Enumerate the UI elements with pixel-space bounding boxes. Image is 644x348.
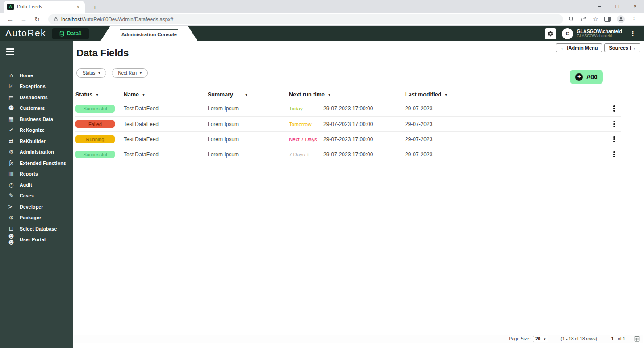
column-header-label: Status	[75, 92, 92, 98]
sidebar-item-label: User Portal	[20, 237, 46, 242]
feed-name-cell: Test DataFeed	[124, 121, 208, 127]
business-data-icon: ▦	[6, 116, 15, 122]
search-icon[interactable]	[569, 16, 574, 22]
page-size-select[interactable]: 20 ▾	[533, 336, 548, 342]
sidebar-item-rekognize[interactable]: ✔ ReKognize	[0, 125, 73, 136]
sidebar-item-packager[interactable]: ⊕ Packager	[0, 212, 73, 223]
header-overflow-menu-icon[interactable]: ⋮	[628, 30, 638, 37]
sidebar-item-reports[interactable]: ▥ Reports	[0, 168, 73, 180]
status-badge: Successful	[75, 105, 115, 113]
back-icon[interactable]: ←	[4, 16, 16, 23]
sidebar-item-business-data[interactable]: ▦ Business Data	[0, 114, 73, 125]
sidebar-item-label: Dashboards	[20, 95, 48, 100]
user-menu[interactable]: G GLASGOW\chanteld GLASGOW\chanteld	[562, 28, 622, 39]
sort-filter-icon[interactable]: ▼	[245, 93, 248, 96]
database-selector[interactable]: Data1	[52, 28, 89, 39]
url-text: localhost/AutoRek60Dev/Admin/Datafeeds.a…	[61, 17, 173, 22]
browser-tab[interactable]: Λ Data Feeds ×	[4, 1, 85, 13]
row-menu-icon[interactable]	[607, 134, 621, 144]
column-header-name[interactable]: Name ▼	[124, 92, 208, 98]
sidebar-item-dashboards[interactable]: ▤ Dashboards	[0, 92, 73, 103]
next-run-filter-button[interactable]: Next Run ▾	[112, 68, 148, 78]
browser-action-icons: ☆ ⋮	[569, 15, 640, 23]
reload-icon[interactable]: ↻	[31, 16, 43, 23]
tab-close-icon[interactable]: ×	[75, 4, 81, 10]
close-window-icon[interactable]: ×	[626, 0, 644, 13]
row-range-text: (1 - 18 of 18 rows)	[561, 336, 597, 341]
sidebar-item-label: Customers	[20, 105, 45, 111]
next-run-label-cell: Tomorrow	[289, 122, 323, 127]
sidebar-item-label: Business Data	[20, 117, 53, 122]
sort-filter-icon[interactable]: ▼	[444, 93, 447, 96]
column-header-summary[interactable]: Summary ▼	[208, 92, 289, 98]
sidebar-item-extended-functions[interactable]: ƒx Extended Functions	[0, 158, 73, 169]
feed-name-cell: Test DataFeed	[124, 136, 208, 143]
last-modified-cell: 29-07-2023	[405, 136, 607, 143]
sidebar-item-customers[interactable]: ☻ Customers	[0, 103, 73, 114]
user-portal-icon: ☻☻	[6, 233, 15, 246]
table-row: Successful Test DataFeed Lorem Ipsum 7 D…	[75, 147, 621, 162]
profile-avatar-icon[interactable]	[617, 15, 625, 23]
new-tab-icon[interactable]: +	[90, 4, 100, 13]
column-header-last-modified[interactable]: Last modified ▼	[405, 92, 607, 98]
database-name: Data1	[67, 30, 82, 37]
sidebar-item-select-database[interactable]: ⊟ Select Database	[0, 223, 73, 235]
maximize-icon[interactable]: □	[608, 0, 626, 13]
page-count-text: of 1	[618, 336, 625, 341]
column-header-label: Next run time	[289, 92, 325, 98]
status-filter-button[interactable]: Status ▾	[76, 68, 106, 78]
audit-icon: ◷	[6, 182, 15, 188]
sort-filter-icon[interactable]: ▼	[142, 93, 145, 96]
sidebar-item-exceptions[interactable]: ☑ Exceptions	[0, 81, 73, 92]
browser-menu-icon[interactable]: ⋮	[631, 16, 637, 22]
admin-menu-button[interactable]: ← |Admin Menu	[556, 43, 602, 52]
row-menu-icon[interactable]	[607, 150, 621, 159]
current-page-input[interactable]: 1	[611, 336, 614, 341]
column-header-label: Last modified	[405, 92, 441, 98]
hamburger-menu-icon[interactable]	[6, 48, 14, 55]
url-bar[interactable]: localhost/AutoRek60Dev/Admin/Datafeeds.a…	[48, 14, 563, 24]
sort-filter-icon[interactable]: ▼	[96, 93, 99, 96]
row-menu-icon[interactable]	[607, 119, 621, 129]
export-table-icon[interactable]	[634, 336, 640, 342]
console-tab-line	[120, 29, 178, 30]
sort-filter-icon[interactable]: ▼	[328, 93, 331, 96]
forward-icon[interactable]: →	[18, 16, 29, 23]
add-button[interactable]: + Add	[570, 70, 603, 84]
bookmark-star-icon[interactable]: ☆	[593, 16, 598, 22]
sidebar-item-home[interactable]: ⌂ Home	[0, 70, 73, 81]
share-icon[interactable]	[581, 16, 586, 22]
lock-icon	[54, 17, 58, 22]
favicon-icon: Λ	[7, 4, 14, 10]
sidebar-item-label: Exceptions	[20, 84, 46, 89]
gear-icon	[547, 30, 554, 37]
column-header-next-run-time[interactable]: Next run time ▼	[289, 92, 405, 98]
summary-cell: Lorem Ipsum	[208, 136, 289, 143]
sidebar-item-cases[interactable]: ✎ Cases	[0, 190, 73, 201]
sources-button[interactable]: Sources |→	[604, 43, 640, 52]
user-avatar: G	[562, 28, 573, 39]
customers-icon: ☻	[6, 105, 15, 111]
table-body: Successful Test DataFeed Lorem Ipsum Tod…	[75, 101, 621, 162]
row-menu-icon[interactable]	[607, 104, 621, 113]
status-badge: Running	[75, 135, 115, 143]
sidebar-item-developer[interactable]: >_ Developer	[0, 201, 73, 213]
sidebar-item-administration[interactable]: ⚙ Administration	[0, 147, 73, 158]
next-run-label-cell: 7 Days +	[289, 152, 323, 157]
tab-administration-console[interactable]: Administration Console	[100, 26, 198, 41]
sidebar-item-user-portal[interactable]: ☻☻ User Portal	[0, 234, 73, 245]
settings-button[interactable]	[545, 28, 556, 39]
header-right: G GLASGOW\chanteld GLASGOW\chanteld ⋮	[545, 28, 644, 39]
summary-cell: Lorem Ipsum	[208, 151, 289, 158]
sidebar-item-audit[interactable]: ◷ Audit	[0, 180, 73, 191]
last-modified-cell: 29-07-2023	[405, 105, 607, 112]
next-run-time-cell: 29-07-2023 17:00:00	[323, 136, 405, 143]
side-panel-icon[interactable]	[604, 17, 611, 22]
console-tab-label: Administration Console	[121, 32, 177, 37]
column-header-status[interactable]: Status ▼	[75, 92, 124, 98]
developer-icon: >_	[6, 204, 15, 210]
table-row: Failed Test DataFeed Lorem Ipsum Tomorro…	[75, 116, 621, 131]
minimize-icon[interactable]: –	[590, 0, 608, 13]
browser-navbar: ← → ↻ localhost/AutoRek60Dev/Admin/Dataf…	[0, 13, 644, 26]
sidebar-item-rekbuilder[interactable]: ⇄ ReKbuilder	[0, 136, 73, 147]
